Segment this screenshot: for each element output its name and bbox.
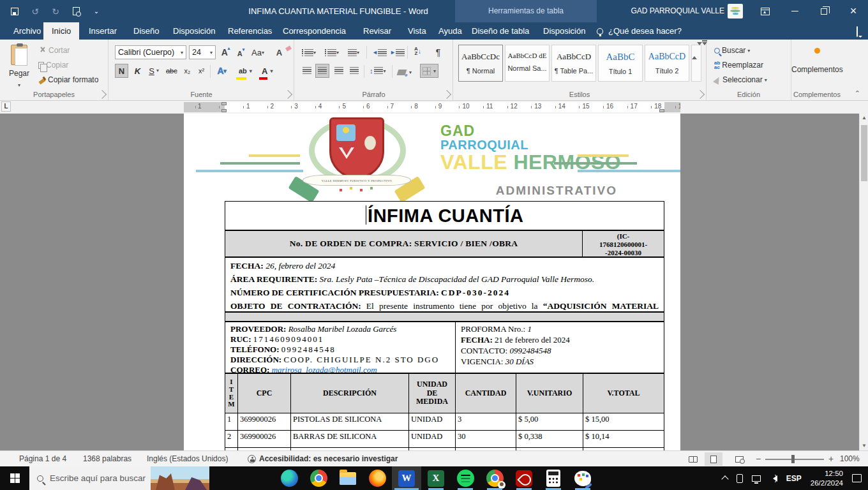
sort-button[interactable]: AZ↓ (411, 44, 424, 58)
zoom-out-button[interactable]: − (756, 451, 761, 467)
order-row[interactable]: No. DE ORDEN DE COMPRA: SERVICIO / BIEN … (225, 230, 664, 257)
borders-button[interactable]: ▾ (420, 64, 438, 78)
change-case-button[interactable]: Aa▾ (250, 45, 266, 59)
find-button[interactable]: Buscar▾ (714, 46, 750, 55)
tab-diseno[interactable]: Diseño (125, 22, 167, 40)
font-color-button[interactable]: A▾ (260, 64, 274, 78)
restore-button[interactable] (809, 0, 839, 22)
taskbar-acrobat-icon[interactable] (509, 466, 539, 490)
document-scrollbar[interactable]: ▲ ▼ (859, 114, 868, 450)
underline-dropdown-arrow[interactable]: ▾ (156, 68, 159, 73)
notification-center-icon[interactable] (852, 474, 862, 482)
show-paragraph-marks-button[interactable]: ¶ (431, 45, 445, 59)
increase-indent-button[interactable]: ► (388, 45, 407, 59)
ribbon-display-options-button[interactable] (751, 0, 780, 22)
font-family-combobox[interactable]: Calibri (Cuerpo)▾ (115, 45, 186, 59)
align-right-button[interactable] (332, 64, 345, 78)
line-spacing-button[interactable]: ↕▾ (368, 64, 388, 78)
tab-diseno-de-tabla[interactable]: Diseño de tabla (463, 22, 537, 40)
style-titulo-1[interactable]: AaBbC Título 1 (598, 45, 643, 82)
tab-inicio[interactable]: Inicio (43, 22, 79, 40)
hanging-indent-marker[interactable] (221, 109, 227, 112)
style-normal[interactable]: AaBbCcDc ¶ Normal (458, 45, 503, 82)
phone-icon[interactable] (737, 474, 743, 483)
undo-button[interactable]: ↺ (29, 6, 41, 17)
tab-revisar[interactable]: Revisar (355, 22, 400, 40)
strikethrough-button[interactable]: abc (164, 64, 179, 78)
zoom-slider-track[interactable] (765, 459, 824, 460)
shrink-font-button[interactable]: A (234, 47, 248, 61)
decrease-indent-button[interactable]: ◄ (370, 45, 389, 59)
items-table[interactable]: ITEM CPC DESCRIPCIÓN UNIDAD DE MEDIDA CA… (225, 373, 664, 450)
info-block[interactable]: FECHA: 26, febrero del 2024 ÁREA REQUIRE… (225, 257, 664, 312)
tab-archivo[interactable]: Archivo (5, 22, 49, 40)
tab-insertar[interactable]: Insertar (80, 22, 125, 40)
print-layout-button[interactable] (705, 452, 722, 466)
addins-button[interactable]: Complementos (791, 45, 842, 74)
word-count[interactable]: 1368 palabras (83, 451, 131, 467)
proveedor-block[interactable]: PROVEEDOR: Rosalba Maribel Lozada Garcés… (225, 322, 664, 373)
account-avatar[interactable] (728, 4, 743, 19)
grow-font-button[interactable]: A (219, 45, 232, 59)
scroll-up-arrow[interactable]: ▲ (860, 114, 868, 122)
taskbar-edge-icon[interactable] (274, 466, 304, 490)
select-button[interactable]: Seleccionar▾ (714, 75, 767, 84)
clock[interactable]: 12:50 26/2/2024 (811, 469, 843, 488)
page-count[interactable]: Página 1 de 4 (19, 451, 66, 467)
print-preview-button[interactable] (70, 6, 82, 17)
align-left-button[interactable] (300, 64, 313, 78)
accessibility-status[interactable]: Accesibilidad: es necesario investigar (248, 451, 398, 467)
minimize-button[interactable] (780, 0, 809, 22)
tell-me-search[interactable]: ¿Qué desea hacer? (597, 22, 682, 40)
zoom-in-button[interactable]: + (828, 451, 834, 467)
bullets-button[interactable]: ▾ (300, 45, 318, 59)
start-button[interactable] (0, 466, 29, 490)
zoom-level[interactable]: 100% (840, 451, 860, 467)
taskbar-chrome-icon[interactable] (304, 466, 333, 490)
volume-icon[interactable] (770, 475, 777, 482)
taskbar-spotify-icon[interactable] (451, 466, 480, 490)
customize-qat-button[interactable]: ⌄ (91, 6, 102, 17)
numbering-button[interactable]: ▾ (323, 45, 341, 59)
collapse-ribbon-button[interactable]: ⌃ (855, 89, 860, 98)
taskbar-file-explorer-icon[interactable] (333, 466, 363, 490)
zoom-slider-thumb[interactable] (791, 455, 795, 463)
comments-button[interactable] (857, 27, 858, 36)
taskbar-calculator-icon[interactable] (539, 466, 568, 490)
tab-vista[interactable]: Vista (400, 22, 435, 40)
tab-correspondencia[interactable]: Correspondencia (274, 22, 354, 40)
document-page[interactable]: VALLE HERMOSO TURISTICO Y PRODUCTIVO GAD… (184, 114, 680, 450)
redo-button[interactable]: ↻ (50, 6, 61, 17)
taskbar-chrome-profile-icon[interactable] (480, 466, 509, 490)
taskbar-word-icon[interactable]: W (392, 466, 421, 490)
subscript-button[interactable]: x₂ (181, 64, 194, 78)
style-titulo-2[interactable]: AaBbCcD Título 2 (645, 45, 689, 82)
paste-dropdown-arrow[interactable]: ▾ (18, 82, 20, 88)
styles-scroll-down[interactable] (697, 42, 702, 56)
tab-disposicion-tabla[interactable]: Disposición (535, 22, 594, 40)
taskbar-search-box[interactable]: Escribe aquí para buscar (29, 466, 209, 490)
account-name[interactable]: GAD PARROQUIAL VALLE HERMOSO (594, 0, 724, 22)
h-ruler[interactable]: 1 12345678910111213141516171819 (184, 102, 680, 112)
taskbar-paint-icon[interactable] (568, 466, 597, 490)
format-painter-button[interactable]: Copiar formato (38, 75, 98, 84)
cut-button[interactable]: Cortar (38, 46, 70, 55)
tab-disposicion[interactable]: Disposición (165, 22, 223, 40)
search-highlight-image[interactable] (151, 466, 209, 490)
multilevel-list-button[interactable]: ▾ (346, 45, 361, 59)
keyboard-language[interactable]: ESP (786, 474, 802, 483)
style-normal-sa[interactable]: AaBbCcD dE Normal Sa... (505, 45, 550, 82)
tray-expand-chevron[interactable] (722, 475, 728, 482)
paste-button[interactable]: Pegar ▾ (5, 45, 33, 89)
read-mode-button[interactable] (684, 452, 702, 466)
close-button[interactable]: × (839, 0, 868, 22)
copy-button[interactable]: Copiar (38, 61, 68, 70)
document-main-title-cell[interactable]: ÍNFIMA CUANTÍA (225, 201, 664, 230)
taskbar-firefox-icon[interactable] (363, 466, 392, 490)
font-size-combobox[interactable]: 24▾ (189, 45, 216, 59)
network-icon[interactable] (752, 475, 761, 482)
shading-button[interactable]: ▾ (396, 65, 414, 79)
first-line-indent-marker[interactable] (221, 102, 227, 105)
web-layout-button[interactable] (730, 452, 748, 466)
bold-button[interactable]: N (115, 64, 128, 78)
